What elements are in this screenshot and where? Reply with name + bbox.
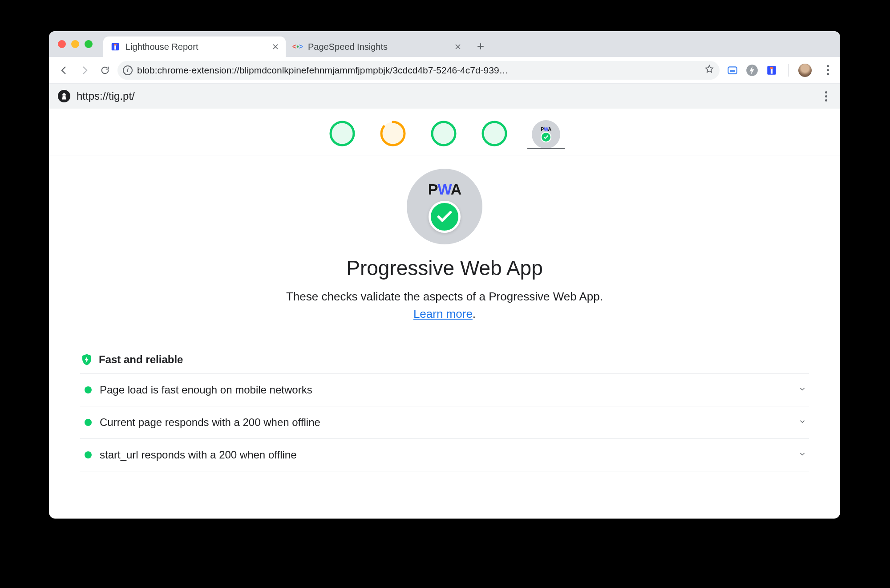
- tab-lighthouse-report[interactable]: Lighthouse Report: [103, 36, 286, 57]
- checkmark-icon: [541, 132, 551, 142]
- report-menu-button[interactable]: [821, 91, 831, 101]
- svg-rect-4: [730, 70, 735, 72]
- category-description: These checks validate the aspects of a P…: [284, 288, 605, 323]
- site-info-icon[interactable]: i: [123, 65, 133, 75]
- forward-button[interactable]: [77, 62, 93, 78]
- gauge-seo[interactable]: 97: [481, 120, 508, 147]
- audit-row[interactable]: Current page responds with a 200 when of…: [80, 406, 809, 438]
- extension-icon-lighthouse[interactable]: [765, 64, 778, 77]
- audit-row[interactable]: Page load is fast enough on mobile netwo…: [80, 373, 809, 406]
- audit-group-title: Fast and reliable: [99, 353, 183, 366]
- gauge-accessibility[interactable]: 85: [380, 120, 406, 147]
- profile-avatar[interactable]: [798, 64, 812, 77]
- chevron-down-icon: [798, 385, 806, 395]
- audit-label: start_url responds with a 200 when offli…: [100, 449, 790, 461]
- svg-rect-1: [114, 44, 117, 46]
- svg-rect-7: [770, 67, 773, 69]
- tab-title: Lighthouse Report: [125, 42, 266, 52]
- lighthouse-logo-icon: [58, 90, 70, 102]
- checkmark-icon: [429, 201, 461, 233]
- window-close-button[interactable]: [58, 40, 66, 48]
- toolbar-separator: [788, 64, 789, 77]
- chevron-down-icon: [798, 450, 806, 460]
- tab-close-button[interactable]: [454, 43, 462, 51]
- pass-bullet-icon: [85, 386, 92, 393]
- category-title: Progressive Web App: [58, 256, 831, 280]
- address-text: blob:chrome-extension://blipmdconlkpinef…: [137, 65, 700, 76]
- browser-window: Lighthouse Report <•> PageSpeed Insights…: [49, 31, 840, 519]
- pass-bullet-icon: [85, 451, 92, 458]
- gauge-best-practices[interactable]: 100: [430, 120, 457, 147]
- extension-icon-bolt[interactable]: [745, 64, 759, 77]
- audit-row[interactable]: start_url responds with a 200 when offli…: [80, 438, 809, 471]
- tab-close-button[interactable]: [271, 43, 279, 51]
- pagespeed-icon: <•>: [293, 42, 303, 52]
- window-controls: [56, 31, 97, 57]
- reload-button[interactable]: [97, 62, 113, 78]
- new-tab-button[interactable]: +: [472, 37, 490, 55]
- browser-menu-button[interactable]: [822, 65, 833, 75]
- pwa-logo-icon: PWA: [428, 181, 461, 198]
- active-tab-underline: [527, 148, 565, 149]
- learn-more-link[interactable]: Learn more: [413, 307, 473, 320]
- pwa-badge: PWA: [407, 169, 482, 244]
- tab-strip: Lighthouse Report <•> PageSpeed Insights…: [49, 31, 840, 57]
- bookmark-star-icon[interactable]: [704, 64, 714, 76]
- window-zoom-button[interactable]: [85, 40, 93, 48]
- audit-label: Current page responds with a 200 when of…: [100, 416, 790, 429]
- svg-rect-2: [114, 45, 116, 49]
- tab-title: PageSpeed Insights: [308, 42, 449, 52]
- gauge-pwa[interactable]: PWA: [532, 120, 560, 149]
- pwa-icon: PWA: [541, 126, 551, 132]
- window-minimize-button[interactable]: [71, 40, 79, 48]
- category-hero: PWA Progressive Web App These checks val…: [49, 155, 840, 349]
- tab-pagespeed-insights[interactable]: <•> PageSpeed Insights: [286, 36, 468, 57]
- extension-icon-card[interactable]: [726, 64, 739, 77]
- chevron-down-icon: [798, 418, 806, 427]
- gauge-performance[interactable]: 99: [329, 120, 356, 147]
- browser-toolbar: i blob:chrome-extension://blipmdconlkpin…: [49, 57, 840, 84]
- report-url-bar: https://tig.pt/: [49, 84, 840, 109]
- report-url: https://tig.pt/: [77, 90, 135, 102]
- pass-bullet-icon: [85, 419, 92, 426]
- score-gauges: 99 85 100 97 PWA: [49, 109, 840, 155]
- back-button[interactable]: [56, 62, 72, 78]
- address-bar[interactable]: i blob:chrome-extension://blipmdconlkpin…: [117, 61, 720, 80]
- lighthouse-icon: [110, 42, 120, 52]
- audit-group: Fast and reliable Page load is fast enou…: [49, 349, 840, 471]
- shield-bolt-icon: [80, 353, 93, 366]
- svg-rect-8: [771, 69, 773, 73]
- audit-label: Page load is fast enough on mobile netwo…: [100, 384, 790, 396]
